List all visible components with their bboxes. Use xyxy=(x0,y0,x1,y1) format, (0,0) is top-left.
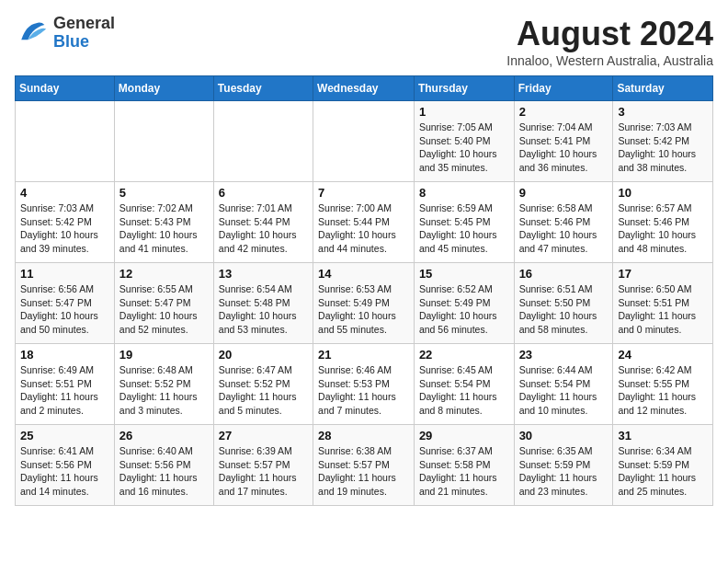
day-info: Sunrise: 6:35 AMSunset: 5:59 PMDaylight:… xyxy=(519,444,609,499)
day-number: 20 xyxy=(219,348,308,362)
day-info: Sunrise: 7:01 AMSunset: 5:44 PMDaylight:… xyxy=(219,201,308,256)
calendar-cell: 31Sunrise: 6:34 AMSunset: 5:59 PMDayligh… xyxy=(613,425,713,506)
weekday-header-saturday: Saturday xyxy=(613,76,713,101)
day-info: Sunrise: 6:48 AMSunset: 5:52 PMDaylight:… xyxy=(119,363,209,418)
day-number: 2 xyxy=(519,105,609,119)
day-info: Sunrise: 6:45 AMSunset: 5:54 PMDaylight:… xyxy=(419,363,509,418)
day-info: Sunrise: 6:56 AMSunset: 5:47 PMDaylight:… xyxy=(20,282,109,337)
logo-general: General xyxy=(53,15,115,33)
day-number: 30 xyxy=(519,429,609,442)
calendar-cell: 17Sunrise: 6:50 AMSunset: 5:51 PMDayligh… xyxy=(613,263,713,344)
calendar-cell: 14Sunrise: 6:53 AMSunset: 5:49 PMDayligh… xyxy=(313,263,415,344)
day-number: 3 xyxy=(618,105,708,119)
day-number: 29 xyxy=(419,429,509,442)
day-info: Sunrise: 6:55 AMSunset: 5:47 PMDaylight:… xyxy=(119,282,209,337)
calendar-cell: 16Sunrise: 6:51 AMSunset: 5:50 PMDayligh… xyxy=(514,263,613,344)
day-number: 13 xyxy=(219,267,308,281)
calendar-cell: 10Sunrise: 6:57 AMSunset: 5:46 PMDayligh… xyxy=(613,182,713,263)
calendar-cell: 18Sunrise: 6:49 AMSunset: 5:51 PMDayligh… xyxy=(16,344,115,425)
calendar-cell: 3Sunrise: 7:03 AMSunset: 5:42 PMDaylight… xyxy=(613,101,713,182)
day-info: Sunrise: 6:49 AMSunset: 5:51 PMDaylight:… xyxy=(20,363,109,418)
calendar-cell: 2Sunrise: 7:04 AMSunset: 5:41 PMDaylight… xyxy=(514,101,613,182)
day-number: 21 xyxy=(318,348,409,362)
day-info: Sunrise: 6:58 AMSunset: 5:46 PMDaylight:… xyxy=(519,201,609,256)
weekday-header-tuesday: Tuesday xyxy=(213,76,313,101)
calendar-cell: 21Sunrise: 6:46 AMSunset: 5:53 PMDayligh… xyxy=(313,344,415,425)
day-info: Sunrise: 7:05 AMSunset: 5:40 PMDaylight:… xyxy=(419,121,509,175)
week-row-4: 18Sunrise: 6:49 AMSunset: 5:51 PMDayligh… xyxy=(16,344,713,425)
calendar-cell: 29Sunrise: 6:37 AMSunset: 5:58 PMDayligh… xyxy=(414,425,514,506)
day-number: 19 xyxy=(119,348,209,362)
calendar-cell xyxy=(114,101,213,182)
calendar-cell: 19Sunrise: 6:48 AMSunset: 5:52 PMDayligh… xyxy=(114,344,213,425)
calendar-cell: 9Sunrise: 6:58 AMSunset: 5:46 PMDaylight… xyxy=(514,182,613,263)
calendar-cell: 13Sunrise: 6:54 AMSunset: 5:48 PMDayligh… xyxy=(213,263,313,344)
weekday-header-friday: Friday xyxy=(514,76,613,101)
calendar-cell: 1Sunrise: 7:05 AMSunset: 5:40 PMDaylight… xyxy=(414,101,514,182)
day-number: 27 xyxy=(219,429,308,442)
calendar-cell: 11Sunrise: 6:56 AMSunset: 5:47 PMDayligh… xyxy=(16,263,115,344)
calendar-cell: 15Sunrise: 6:52 AMSunset: 5:49 PMDayligh… xyxy=(414,263,514,344)
day-number: 15 xyxy=(419,267,509,281)
day-number: 12 xyxy=(119,267,209,281)
day-info: Sunrise: 6:47 AMSunset: 5:52 PMDaylight:… xyxy=(219,363,308,418)
day-number: 5 xyxy=(119,186,209,200)
day-info: Sunrise: 6:59 AMSunset: 5:45 PMDaylight:… xyxy=(419,201,509,256)
day-info: Sunrise: 6:37 AMSunset: 5:58 PMDaylight:… xyxy=(419,444,509,499)
calendar-cell: 24Sunrise: 6:42 AMSunset: 5:55 PMDayligh… xyxy=(613,344,713,425)
week-row-3: 11Sunrise: 6:56 AMSunset: 5:47 PMDayligh… xyxy=(16,263,713,344)
day-info: Sunrise: 6:50 AMSunset: 5:51 PMDaylight:… xyxy=(618,282,708,337)
logo: General Blue xyxy=(15,15,115,52)
calendar-cell: 5Sunrise: 7:02 AMSunset: 5:43 PMDaylight… xyxy=(114,182,213,263)
calendar-cell: 26Sunrise: 6:40 AMSunset: 5:56 PMDayligh… xyxy=(114,425,213,506)
day-number: 31 xyxy=(618,429,708,442)
day-info: Sunrise: 6:46 AMSunset: 5:53 PMDaylight:… xyxy=(318,363,409,418)
day-number: 6 xyxy=(219,186,308,200)
day-info: Sunrise: 6:57 AMSunset: 5:46 PMDaylight:… xyxy=(618,201,708,256)
day-info: Sunrise: 7:03 AMSunset: 5:42 PMDaylight:… xyxy=(20,201,109,256)
day-number: 25 xyxy=(20,429,109,442)
calendar-cell: 22Sunrise: 6:45 AMSunset: 5:54 PMDayligh… xyxy=(414,344,514,425)
calendar-cell: 23Sunrise: 6:44 AMSunset: 5:54 PMDayligh… xyxy=(514,344,613,425)
calendar-cell xyxy=(213,101,313,182)
day-number: 23 xyxy=(519,348,609,362)
day-number: 8 xyxy=(419,186,509,200)
month-title: August 2024 xyxy=(506,15,713,53)
day-info: Sunrise: 7:04 AMSunset: 5:41 PMDaylight:… xyxy=(519,121,609,175)
calendar-cell: 12Sunrise: 6:55 AMSunset: 5:47 PMDayligh… xyxy=(114,263,213,344)
day-number: 11 xyxy=(20,267,109,281)
day-info: Sunrise: 7:03 AMSunset: 5:42 PMDaylight:… xyxy=(618,121,708,175)
day-number: 1 xyxy=(419,105,509,119)
weekday-header-thursday: Thursday xyxy=(414,76,514,101)
day-info: Sunrise: 7:00 AMSunset: 5:44 PMDaylight:… xyxy=(318,201,409,256)
day-info: Sunrise: 6:38 AMSunset: 5:57 PMDaylight:… xyxy=(318,444,409,499)
day-number: 22 xyxy=(419,348,509,362)
week-row-1: 1Sunrise: 7:05 AMSunset: 5:40 PMDaylight… xyxy=(16,101,713,182)
day-info: Sunrise: 6:34 AMSunset: 5:59 PMDaylight:… xyxy=(618,444,708,499)
day-number: 9 xyxy=(519,186,609,200)
calendar-cell: 27Sunrise: 6:39 AMSunset: 5:57 PMDayligh… xyxy=(213,425,313,506)
weekday-header-row: SundayMondayTuesdayWednesdayThursdayFrid… xyxy=(16,76,713,101)
logo-text: General Blue xyxy=(53,15,115,52)
calendar-table: SundayMondayTuesdayWednesdayThursdayFrid… xyxy=(15,75,713,506)
day-info: Sunrise: 6:51 AMSunset: 5:50 PMDaylight:… xyxy=(519,282,609,337)
day-number: 4 xyxy=(20,186,109,200)
day-info: Sunrise: 6:52 AMSunset: 5:49 PMDaylight:… xyxy=(419,282,509,337)
day-number: 26 xyxy=(119,429,209,442)
calendar-cell: 25Sunrise: 6:41 AMSunset: 5:56 PMDayligh… xyxy=(16,425,115,506)
day-info: Sunrise: 7:02 AMSunset: 5:43 PMDaylight:… xyxy=(119,201,209,256)
day-number: 16 xyxy=(519,267,609,281)
calendar-cell: 6Sunrise: 7:01 AMSunset: 5:44 PMDaylight… xyxy=(213,182,313,263)
week-row-2: 4Sunrise: 7:03 AMSunset: 5:42 PMDaylight… xyxy=(16,182,713,263)
day-number: 10 xyxy=(618,186,708,200)
day-info: Sunrise: 6:40 AMSunset: 5:56 PMDaylight:… xyxy=(119,444,209,499)
day-number: 24 xyxy=(618,348,708,362)
day-info: Sunrise: 6:53 AMSunset: 5:49 PMDaylight:… xyxy=(318,282,409,337)
day-number: 7 xyxy=(318,186,409,200)
calendar-cell: 28Sunrise: 6:38 AMSunset: 5:57 PMDayligh… xyxy=(313,425,415,506)
day-info: Sunrise: 6:42 AMSunset: 5:55 PMDaylight:… xyxy=(618,363,708,418)
calendar-cell: 30Sunrise: 6:35 AMSunset: 5:59 PMDayligh… xyxy=(514,425,613,506)
calendar-cell: 20Sunrise: 6:47 AMSunset: 5:52 PMDayligh… xyxy=(213,344,313,425)
day-number: 28 xyxy=(318,429,409,442)
page-header: General Blue August 2024 Innaloo, Wester… xyxy=(15,15,713,68)
